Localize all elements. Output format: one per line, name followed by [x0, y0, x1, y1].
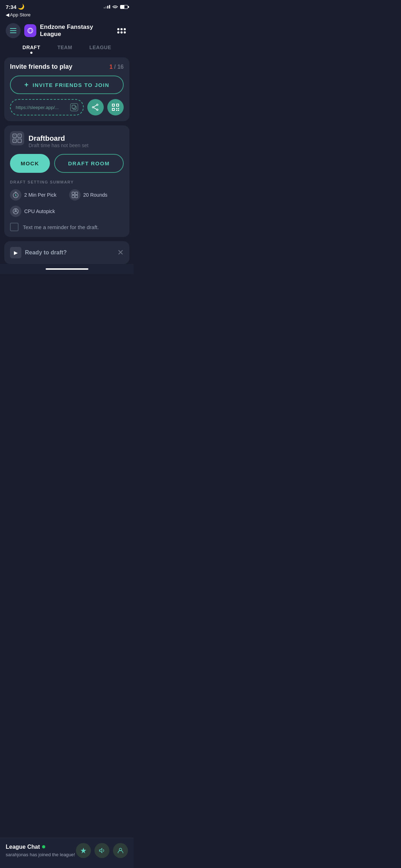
draft-room-button[interactable]: DRAFT ROOM: [54, 154, 124, 173]
draft-subtitle: Draft time has not been set: [10, 143, 124, 148]
svg-rect-13: [117, 104, 118, 106]
svg-rect-15: [116, 108, 117, 109]
wifi-icon: [112, 4, 118, 10]
setting-item-timer: 2 Min Per Pick: [10, 189, 65, 201]
nav-tabs: DRAFT TEAM LEAGUE: [0, 38, 134, 53]
invite-title: Invite friends to play: [10, 63, 72, 71]
mock-button[interactable]: MOCK: [10, 154, 50, 173]
app-logo: [24, 24, 36, 37]
copy-icon: [70, 103, 78, 111]
rounds-icon: [69, 189, 81, 201]
svg-rect-28: [75, 192, 78, 195]
grid-icon: [117, 28, 126, 33]
home-indicator: [0, 264, 134, 274]
invite-link-box[interactable]: https://sleeper.app/...: [10, 99, 84, 115]
draft-summary-label: DRAFT SETTING SUMMARY: [10, 180, 124, 184]
svg-point-6: [92, 107, 94, 108]
reminder-checkbox[interactable]: [10, 223, 19, 231]
draftboard-icon: [10, 131, 24, 145]
header-center: Endzone Fanstasy League: [24, 24, 112, 38]
status-bar: 7:34 🌙: [0, 0, 134, 12]
svg-point-32: [15, 210, 16, 211]
svg-point-4: [97, 104, 98, 105]
svg-rect-18: [118, 110, 119, 111]
svg-rect-3: [72, 105, 75, 108]
tab-league[interactable]: LEAGUE: [81, 42, 120, 53]
back-link[interactable]: ◀ App Store: [0, 12, 134, 20]
menu-button[interactable]: [6, 23, 21, 38]
plus-icon: +: [24, 81, 29, 88]
autopick-icon: [10, 206, 21, 217]
back-label: App Store: [10, 12, 31, 17]
draft-settings-grid: 2 Min Per Pick 20 Rounds: [10, 189, 124, 201]
total-count: / 16: [114, 64, 124, 70]
svg-rect-27: [72, 192, 74, 195]
close-button[interactable]: ✕: [117, 248, 124, 257]
current-count: 1: [109, 64, 113, 70]
invite-card: Invite friends to play 1 / 16 + INVITE F…: [4, 57, 129, 121]
reminder-row[interactable]: Text me a reminder for the draft.: [10, 223, 124, 231]
svg-rect-14: [113, 109, 114, 110]
link-row: https://sleeper.app/...: [10, 99, 124, 115]
status-time: 7:34: [6, 4, 16, 10]
search-button[interactable]: [115, 24, 128, 37]
draftboard-title: Draftboard: [29, 134, 65, 143]
invite-button-label: INVITE FRIENDS TO JOIN: [32, 82, 109, 88]
status-right: [104, 4, 128, 10]
draftboard-card: Draftboard Draft time has not been set M…: [4, 125, 129, 237]
svg-rect-29: [72, 195, 74, 198]
svg-rect-30: [75, 195, 78, 198]
draft-buttons: MOCK DRAFT ROOM: [10, 154, 124, 173]
ready-icon: ▶: [10, 247, 21, 258]
home-bar: [46, 268, 88, 270]
invite-count: 1 / 16: [109, 64, 124, 70]
reminder-text: Text me a reminder for the draft.: [23, 224, 99, 230]
tab-team[interactable]: TEAM: [49, 42, 81, 53]
svg-point-5: [97, 109, 98, 110]
back-chevron: ◀: [6, 12, 9, 17]
autopick-row: CPU Autopick: [10, 206, 124, 217]
autopick-text: CPU Autopick: [24, 208, 55, 214]
setting-item-rounds: 20 Rounds: [69, 189, 124, 201]
invite-friends-button[interactable]: + INVITE FRIENDS TO JOIN: [10, 76, 124, 94]
ready-text: Ready to draft?: [25, 249, 67, 256]
timer-text: 2 Min Per Pick: [24, 192, 56, 198]
ready-left: ▶ Ready to draft?: [10, 247, 67, 258]
svg-point-33: [15, 211, 16, 212]
share-button[interactable]: [87, 99, 104, 115]
svg-rect-12: [113, 104, 114, 106]
svg-line-7: [94, 105, 97, 107]
hamburger-icon: [10, 28, 16, 33]
battery-icon: [120, 5, 128, 9]
svg-rect-22: [18, 139, 21, 143]
ready-to-draft-card: ▶ Ready to draft? ✕: [4, 241, 129, 264]
league-name: Endzone Fanstasy League: [40, 24, 112, 38]
svg-rect-17: [116, 110, 117, 111]
signal-icon: [104, 5, 110, 9]
timer-icon: [10, 189, 21, 201]
tab-draft[interactable]: DRAFT: [14, 42, 49, 53]
rounds-text: 20 Rounds: [83, 192, 108, 198]
status-left: 7:34 🌙: [6, 4, 25, 10]
moon-icon: 🌙: [18, 4, 25, 10]
app-header: Endzone Fanstasy League: [0, 20, 134, 38]
svg-line-8: [94, 108, 97, 109]
invite-url: https://sleeper.app/...: [16, 105, 59, 110]
invite-header: Invite friends to play 1 / 16: [10, 63, 124, 71]
svg-rect-16: [118, 108, 119, 109]
qr-code-button[interactable]: [107, 99, 124, 115]
